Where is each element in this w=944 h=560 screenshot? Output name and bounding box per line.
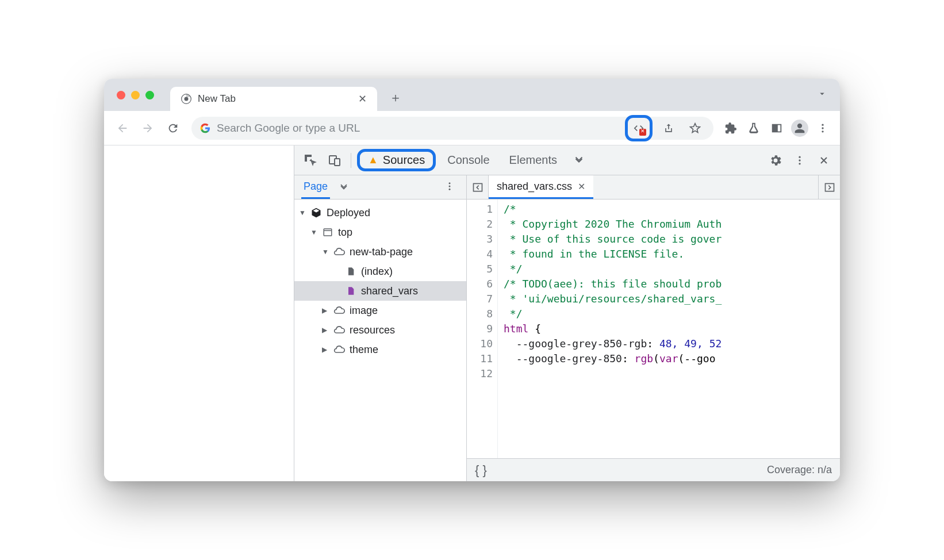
svg-point-3 bbox=[822, 127, 823, 129]
extensions-icon[interactable] bbox=[720, 118, 741, 139]
svg-rect-13 bbox=[324, 229, 332, 236]
omnibox-placeholder: Search Google or type a URL bbox=[217, 122, 360, 135]
coverage-status: Coverage: n/a bbox=[767, 464, 832, 476]
tabs-overflow-icon[interactable] bbox=[817, 89, 827, 101]
inspect-element-icon[interactable] bbox=[300, 150, 321, 171]
tree-deployed[interactable]: ▼ Deployed bbox=[294, 203, 466, 223]
tab-console-label: Console bbox=[447, 154, 489, 167]
svg-point-8 bbox=[799, 159, 800, 161]
sidebar-tabs: Page bbox=[294, 175, 466, 200]
sources-sidebar: Page ▼ D bbox=[294, 175, 467, 481]
svg-point-7 bbox=[799, 156, 800, 158]
show-debugger-icon[interactable] bbox=[818, 175, 840, 199]
tab-strip: New Tab ✕ ＋ bbox=[104, 79, 840, 111]
tree-label: Deployed bbox=[327, 207, 370, 219]
editor-statusbar: { } Coverage: n/a bbox=[467, 458, 840, 481]
share-icon[interactable] bbox=[658, 118, 679, 139]
close-devtools-icon[interactable] bbox=[813, 150, 834, 171]
svg-rect-16 bbox=[825, 183, 834, 191]
more-tabs-icon[interactable] bbox=[569, 150, 589, 171]
tree-label: new-tab-page bbox=[350, 246, 413, 258]
css-file-icon bbox=[345, 285, 356, 297]
warning-icon: ▲ bbox=[368, 154, 378, 166]
svg-point-10 bbox=[449, 182, 451, 184]
cloud-icon bbox=[333, 305, 345, 316]
settings-gear-icon[interactable] bbox=[765, 150, 786, 171]
tree-label: (index) bbox=[361, 266, 393, 278]
device-toggle-icon[interactable] bbox=[324, 150, 345, 171]
file-tab-label: shared_vars.css bbox=[497, 181, 572, 193]
svg-point-9 bbox=[799, 163, 800, 164]
bookmark-star-icon[interactable] bbox=[685, 118, 705, 139]
tab-elements-label: Elements bbox=[509, 154, 557, 167]
browser-window: New Tab ✕ ＋ Search Google or type a URL bbox=[104, 79, 840, 481]
code-viewer[interactable]: 123456789101112 /* * Copyright 2020 The … bbox=[467, 200, 840, 458]
close-window-button[interactable] bbox=[117, 91, 125, 99]
close-tab-icon[interactable]: ✕ bbox=[358, 93, 367, 105]
deployed-icon bbox=[310, 207, 322, 218]
browser-tab[interactable]: New Tab ✕ bbox=[170, 87, 377, 111]
reload-button[interactable] bbox=[162, 117, 185, 140]
close-file-icon[interactable]: ✕ bbox=[578, 181, 585, 192]
maximize-window-button[interactable] bbox=[145, 91, 154, 99]
content-area: ▲ Sources Console Elements bbox=[104, 145, 840, 481]
editor-tabs: shared_vars.css ✕ bbox=[467, 175, 840, 200]
new-tab-button[interactable]: ＋ bbox=[385, 87, 406, 108]
cloud-icon bbox=[333, 344, 345, 355]
chrome-icon bbox=[181, 93, 192, 105]
page-viewport bbox=[104, 145, 294, 481]
tree-resources[interactable]: ▶ resources bbox=[294, 320, 466, 340]
address-bar[interactable]: Search Google or type a URL bbox=[191, 117, 713, 140]
tree-label: theme bbox=[350, 344, 378, 356]
separator bbox=[351, 153, 351, 168]
back-button[interactable] bbox=[111, 117, 134, 140]
svg-rect-15 bbox=[473, 183, 482, 191]
show-navigator-icon[interactable] bbox=[467, 175, 489, 199]
sidebar-tab-page[interactable]: Page bbox=[301, 176, 330, 199]
svg-point-11 bbox=[449, 185, 451, 187]
devtools-panel: ▲ Sources Console Elements bbox=[294, 145, 840, 481]
code-content: /* * Copyright 2020 The Chromium Auth * … bbox=[498, 200, 840, 458]
tree-image[interactable]: ▶ image bbox=[294, 301, 466, 320]
tree-label: top bbox=[338, 227, 352, 239]
tab-console[interactable]: Console bbox=[439, 150, 497, 170]
tree-top[interactable]: ▼ top bbox=[294, 223, 466, 242]
file-tab-shared-vars[interactable]: shared_vars.css ✕ bbox=[489, 175, 593, 199]
google-icon bbox=[199, 122, 211, 134]
tree-theme[interactable]: ▶ theme bbox=[294, 340, 466, 359]
tab-sources-label: Sources bbox=[383, 154, 425, 167]
svg-point-4 bbox=[822, 131, 823, 132]
profile-avatar[interactable] bbox=[789, 118, 810, 139]
window-controls bbox=[117, 91, 154, 99]
minimize-window-button[interactable] bbox=[131, 91, 140, 99]
tree-label: resources bbox=[350, 324, 395, 336]
devtools-tabbar: ▲ Sources Console Elements bbox=[294, 145, 840, 175]
source-editor: shared_vars.css ✕ 123456789101112 /* * C… bbox=[467, 175, 840, 481]
tab-elements[interactable]: Elements bbox=[501, 150, 565, 170]
tree-label: shared_vars bbox=[361, 285, 418, 297]
side-panel-icon[interactable] bbox=[766, 118, 787, 139]
devtools-error-indicator-icon[interactable] bbox=[629, 118, 648, 138]
sidebar-overflow-icon[interactable] bbox=[440, 179, 459, 196]
line-gutter: 123456789101112 bbox=[467, 200, 498, 458]
svg-point-2 bbox=[822, 124, 823, 125]
svg-rect-6 bbox=[335, 159, 340, 166]
tab-sources[interactable]: ▲ Sources bbox=[357, 149, 436, 171]
labs-icon[interactable] bbox=[743, 118, 764, 139]
sidebar-more-tabs-icon[interactable] bbox=[338, 177, 350, 198]
devtools-body: Page ▼ D bbox=[294, 175, 840, 481]
pretty-print-icon[interactable]: { } bbox=[475, 463, 487, 478]
tree-new-tab-page[interactable]: ▼ new-tab-page bbox=[294, 242, 466, 262]
tree-index[interactable]: (index) bbox=[294, 262, 466, 281]
devtools-menu-icon[interactable] bbox=[789, 150, 810, 171]
devtools-indicator-highlight bbox=[625, 115, 653, 141]
tree-label: image bbox=[350, 305, 378, 317]
forward-button[interactable] bbox=[136, 117, 159, 140]
tab-title: New Tab bbox=[198, 93, 236, 105]
chrome-menu-icon[interactable] bbox=[812, 118, 833, 139]
svg-point-1 bbox=[185, 97, 189, 101]
svg-point-12 bbox=[449, 188, 451, 190]
tree-shared-vars[interactable]: shared_vars bbox=[294, 281, 466, 301]
browser-toolbar: Search Google or type a URL bbox=[104, 111, 840, 145]
file-icon bbox=[345, 266, 356, 277]
